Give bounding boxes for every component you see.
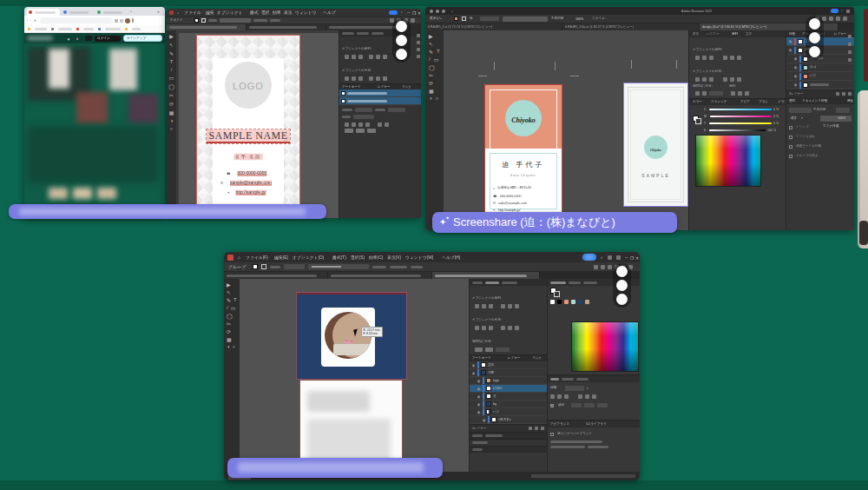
menu-item-8[interactable]: ヘルプ [323,10,336,16]
delete-layer-button[interactable] [848,92,852,96]
search-icon[interactable]: ⌕ [601,255,603,260]
actions-panel-header[interactable] [470,439,547,446]
menu-item-1[interactable]: 編集 [206,10,214,16]
menu-item-0[interactable]: ファイル [184,10,201,16]
stroke-swatch[interactable] [261,264,266,269]
new-tab-button[interactable]: + [130,10,132,13]
participant-avatar[interactable] [809,46,820,57]
document-tab[interactable] [224,272,328,279]
card-name-sub[interactable]: 名字 名前 [197,146,299,162]
search-icon[interactable]: ⌕ [401,10,403,14]
knockout-group-checkbox[interactable] [789,155,792,158]
bookmark-icon[interactable] [28,28,30,30]
gear-icon[interactable]: ⚙ [76,36,79,40]
fill-swatch[interactable] [253,264,258,269]
tools-column[interactable]: ▶↖✎T/▭◯✂⟳▦◑⌕ [425,30,444,230]
clip-checkbox[interactable] [789,126,792,129]
cmyk-sliders[interactable]: C0 % M0 % Y0 % K100 % [704,107,782,133]
distribute-buttons[interactable] [342,76,418,82]
participant-avatar[interactable] [616,294,628,305]
window-control-1[interactable]: ❐ [630,255,634,260]
participant-bubbles[interactable] [806,16,824,60]
tool-icon-3[interactable]: T [233,297,237,303]
participant-avatar[interactable] [616,266,628,277]
cap-join-buttons[interactable] [548,394,640,400]
panel-tab-0[interactable]: アピアランス [550,421,569,426]
tool-icon-2[interactable]: ✎ [227,297,231,303]
share-badge[interactable] [582,254,596,261]
panel-tab[interactable]: 文字 [746,31,752,36]
tools-column[interactable]: ▶↖✎T/▭◯✂⟳▦◑⌕ [224,279,240,472]
transparency-panel-tabs[interactable]: 透明ドキュメント情報属性 [786,97,854,104]
new-layer-button[interactable] [529,427,532,430]
business-card-artboard[interactable]: LOGO SAMPLE NAME 名字 名前 ☎ 000-0000-0000 ✉… [197,36,299,218]
extra-panel-header[interactable] [470,446,547,453]
horizontal-scrollbar[interactable] [531,474,635,478]
tool-icon-5[interactable]: ▭ [169,75,174,81]
back-icon[interactable]: ‹ [27,19,28,23]
opacity-field[interactable]: 100% [836,108,850,113]
stroke-panel-tabs[interactable] [548,375,640,382]
forward-icon[interactable]: › [30,19,31,23]
bookmark-icon[interactable] [51,28,54,30]
share-badge[interactable] [389,10,398,15]
tool-icon-4[interactable]: / [429,56,431,63]
participant-avatar[interactable] [616,280,628,291]
tool-icon-1[interactable]: ↖ [429,41,433,47]
tool-icon-8[interactable]: ⟳ [227,328,231,334]
signup-button[interactable]: サインアップ [123,35,162,42]
layer-row[interactable]: ◉点 [470,393,547,401]
layer-row[interactable]: ◉背景 [470,369,547,377]
layer-row[interactable]: ◉パス [470,408,547,416]
dashed-line-checkbox[interactable] [550,404,554,407]
new-sublayer-button[interactable] [535,427,538,430]
panel-tab-2[interactable]: リンク [402,84,411,89]
tool-icon-7[interactable]: ✂ [169,92,174,98]
document-tab[interactable] [328,272,432,279]
color-spectrum[interactable] [571,321,639,372]
artboard-panel-tabs[interactable]: アートボードレイヤーリンク [339,83,421,89]
layer-row[interactable]: ◉文字 [470,361,547,369]
tool-icon-6[interactable]: ◯ [227,313,233,319]
delete-layer-button[interactable] [541,427,544,430]
panel-tab-1[interactable]: ドキュメント情報 [802,98,827,103]
logo-circle[interactable]: Chiyoko [505,100,542,136]
tool-icon-11[interactable]: ⌕ [436,96,438,102]
panel-tab-0[interactable]: 情報 [789,31,795,36]
distribute-buttons[interactable] [693,76,782,83]
layer-row[interactable]: ◉パス [786,72,854,81]
document-tab[interactable]: 6月A4B5_2.ai @ 72.74 % (CMYK/プレビュー) [425,23,562,30]
channel-slider[interactable] [709,129,766,131]
headset-icon[interactable]: ◉ [67,36,70,40]
stroke-swatch[interactable] [462,17,466,21]
navy-artboard[interactable] [297,293,406,379]
distribute-buttons[interactable] [472,325,544,331]
tool-icon-7[interactable]: ✂ [429,72,433,78]
stroke-width-field[interactable] [284,264,305,269]
document-tab-active[interactable] [432,272,540,279]
attributes-panel-header[interactable] [470,432,547,439]
tool-icon-10[interactable]: ◑ [227,344,230,350]
canvas[interactable]: W: 22.07 mm H: 8.53 mm [240,279,469,472]
panel-tab-2[interactable]: 属性 [847,98,853,103]
participant-avatar[interactable] [396,35,407,46]
browser-menu-icon[interactable] [132,18,134,23]
browser-tab[interactable] [96,9,128,15]
workspace-icon[interactable] [616,255,621,260]
tool-icon-6[interactable]: ◯ [429,64,435,70]
tools-column[interactable]: ▶↖✎T/▭◯✂⟳▦◑⌕ [167,30,176,218]
panel-tab-active[interactable]: 整列 [732,31,738,36]
channel-slider[interactable] [709,122,772,124]
fill-swatch[interactable] [454,17,458,21]
mac-zoom-button[interactable] [442,10,445,13]
participant-avatar[interactable] [396,49,407,60]
panel-tab-4[interactable]: グラフ [778,100,786,104]
tool-icon-2[interactable]: ✎ [169,50,174,56]
brush-field[interactable] [503,17,548,22]
panel-tabs[interactable] [470,279,547,286]
stroke-width-field[interactable] [480,17,499,21]
card-email-line[interactable]: ✉ sample@sample.com [197,180,299,186]
align-buttons[interactable] [472,303,544,309]
panel-tab-2[interactable]: リンク [532,356,542,361]
canvas[interactable]: LOGO SAMPLE NAME 名字 名前 ☎ 000-0000-0000 ✉… [176,30,339,218]
